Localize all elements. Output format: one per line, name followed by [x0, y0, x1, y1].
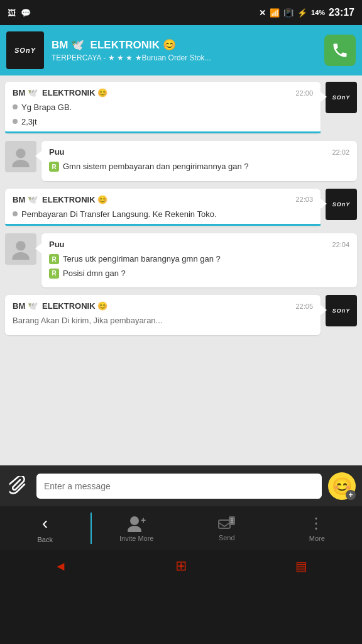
msg-line-1-1: Yg Brapa GB. — [13, 101, 313, 114]
msg-body-4: R Terus utk pengiriman barangnya gmn gan… — [49, 253, 349, 279]
message-3: BM 🕊️ ELEKTRONIK 😊 22:03 Pembayaran Di T… — [5, 189, 357, 226]
svg-text:+: + — [141, 515, 146, 525]
bm-avatar-3: SOnY — [326, 189, 357, 220]
user-avatar-2 — [5, 141, 36, 172]
header-subtitle: TERPERCAYA - ★ ★ ★ ★Buruan Order Stok... — [52, 53, 317, 62]
sony-logo-header: SOnY — [14, 47, 36, 54]
r-badge-3: R — [49, 269, 59, 279]
system-nav: ◄ ⊞ ▤ — [0, 550, 362, 582]
paperclip-icon — [9, 476, 27, 496]
message-5: BM 🕊️ ELEKTRONIK 😊 22:05 Barang Akan Di … — [5, 295, 357, 335]
msg-body-3: Pembayaran Di Transfer Langsung. Ke Reke… — [13, 208, 313, 221]
msg-sender-2: Puu — [49, 147, 65, 157]
nav-more-label: More — [309, 535, 325, 542]
msg-time-2: 22:02 — [332, 148, 349, 156]
network-icon: 📳 — [283, 8, 293, 18]
r-badge-2: R — [49, 254, 59, 264]
msg-header-4: Puu 22:04 — [49, 240, 349, 249]
time-text: 23:17 — [329, 7, 354, 18]
status-bar: 🖼 💬 ✕ 📶 📳 ⚡ 14% 23:17 — [0, 0, 362, 25]
nav-send[interactable]: Send — [182, 506, 272, 550]
dot-icon-1 — [13, 104, 18, 109]
user-avatar-icon-2 — [10, 238, 31, 260]
user-bubble-4: Puu 22:04 R Terus utk pengiriman barangn… — [41, 233, 357, 287]
system-back-icon[interactable]: ◄ — [55, 559, 67, 574]
sony-logo-3: SOnY — [332, 201, 351, 208]
bm-avatar-1: SOnY — [326, 82, 357, 113]
message-2: Puu 22:02 R Gmn sistem pembayaran dan pe… — [5, 141, 357, 181]
msg-body-1: Yg Brapa GB. 2,3jt — [13, 101, 313, 128]
msg-line-4-2: R Posisi dmn gan ? — [49, 267, 349, 280]
bbm-status-icon: 💬 — [21, 8, 31, 18]
bm-avatar-5: SOnY — [326, 295, 357, 326]
nav-send-label: Send — [219, 534, 235, 541]
nav-more[interactable]: ⋮ More — [272, 506, 363, 550]
system-recent-icon[interactable]: ▤ — [295, 558, 307, 574]
user-bubble-2: Puu 22:02 R Gmn sistem pembayaran dan pe… — [41, 141, 357, 181]
r-badge-1: R — [49, 162, 59, 172]
msg-sender-4: Puu — [49, 240, 65, 249]
message-input[interactable] — [36, 474, 322, 499]
status-bar-left: 🖼 💬 — [8, 8, 31, 18]
svg-point-3 — [12, 252, 29, 260]
invite-more-icon: + — [127, 514, 146, 532]
wifi-icon: 📶 — [270, 8, 280, 18]
attachment-button[interactable] — [6, 474, 30, 498]
svg-point-2 — [16, 241, 25, 250]
msg-time-4: 22:04 — [332, 241, 349, 248]
nav-back-label: Back — [38, 536, 53, 543]
message-4: Puu 22:04 R Terus utk pengiriman barangn… — [5, 233, 357, 287]
bm-separator-3 — [5, 224, 321, 226]
msg-line-1-2: 2,3jt — [13, 116, 313, 128]
input-bar: 😊 + — [0, 465, 362, 506]
msg-body-5: Barang Akan Di kirim, Jika pembayaran... — [13, 314, 313, 327]
svg-point-4 — [130, 516, 139, 525]
user-avatar-icon — [10, 146, 31, 167]
msg-time-3: 22:03 — [295, 196, 313, 203]
svg-point-1 — [12, 160, 29, 167]
bm-separator-1 — [5, 131, 321, 133]
charge-icon: ⚡ — [297, 8, 307, 18]
nav-invite[interactable]: + Invite More — [92, 506, 182, 550]
bm-bubble-5: BM 🕊️ ELEKTRONIK 😊 22:05 Barang Akan Di … — [5, 295, 321, 335]
bm-bubble-1: BM 🕊️ ELEKTRONIK 😊 22:00 Yg Brapa GB. 2,… — [5, 82, 321, 133]
msg-sender-5: BM 🕊️ ELEKTRONIK 😊 — [13, 301, 107, 311]
msg-time-5: 22:05 — [295, 303, 313, 310]
dot-icon-3 — [13, 211, 18, 216]
msg-header-3: BM 🕊️ ELEKTRONIK 😊 22:03 — [13, 195, 313, 204]
msg-sender-3: BM 🕊️ ELEKTRONIK 😊 — [13, 195, 107, 204]
bm-bubble-3: BM 🕊️ ELEKTRONIK 😊 22:03 Pembayaran Di T… — [5, 189, 321, 226]
chat-area: BM 🕊️ ELEKTRONIK 😊 22:00 Yg Brapa GB. 2,… — [0, 75, 362, 465]
emoji-plus-icon: + — [346, 490, 356, 500]
more-nav-icon: ⋮ — [309, 514, 325, 532]
svg-point-5 — [128, 526, 141, 532]
invite-icon: + — [127, 514, 146, 532]
nav-back[interactable]: ‹ Back — [0, 506, 90, 550]
emoji-button[interactable]: 😊 + — [328, 472, 356, 500]
header-title: BM 🕊️ ELEKTRONIK 😊 — [52, 38, 317, 52]
message-1: BM 🕊️ ELEKTRONIK 😊 22:00 Yg Brapa GB. 2,… — [5, 82, 357, 133]
send-icon — [217, 515, 236, 531]
msg-sender-1: BM 🕊️ ELEKTRONIK 😊 — [13, 88, 107, 97]
user-avatar-4 — [5, 233, 36, 265]
call-button[interactable] — [324, 35, 356, 66]
msg-line-2-1: R Gmn sistem pembayaran dan pengirimanny… — [49, 160, 349, 173]
msg-header-5: BM 🕊️ ELEKTRONIK 😊 22:05 — [13, 301, 313, 311]
system-home-icon[interactable]: ⊞ — [175, 558, 187, 574]
msg-header-1: BM 🕊️ ELEKTRONIK 😊 22:00 — [13, 88, 313, 97]
msg-line-4-1: R Terus utk pengiriman barangnya gmn gan… — [49, 253, 349, 265]
msg-header-2: Puu 22:02 — [49, 147, 349, 157]
svg-point-0 — [16, 148, 25, 158]
header-info: BM 🕊️ ELEKTRONIK 😊 TERPERCAYA - ★ ★ ★ ★B… — [52, 38, 317, 62]
phone-icon — [331, 42, 349, 59]
msg-line-5-1: Barang Akan Di kirim, Jika pembayaran... — [13, 314, 313, 327]
back-nav-icon: ‹ — [42, 513, 48, 533]
nav-invite-label: Invite More — [119, 535, 153, 542]
sony-logo-1: SOnY — [332, 94, 351, 101]
gallery-icon: 🖼 — [8, 8, 16, 18]
msg-time-1: 22:00 — [295, 89, 313, 97]
msg-body-2: R Gmn sistem pembayaran dan pengirimanny… — [49, 160, 349, 173]
dot-icon-2 — [13, 119, 18, 124]
msg-line-3-1: Pembayaran Di Transfer Langsung. Ke Reke… — [13, 208, 313, 221]
header-avatar: SOnY — [6, 31, 44, 69]
